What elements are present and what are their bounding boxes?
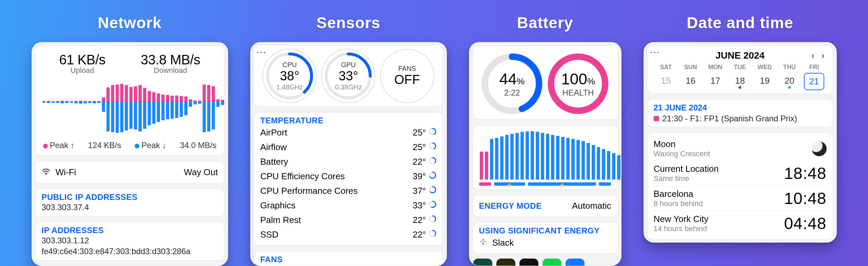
panel-datetime: ⋮ JUNE 2024 ‹ › SATSUNMONTUEWEDTHUFRI151… — [644, 42, 837, 243]
sig-energy-app-row[interactable]: Slack — [479, 236, 611, 250]
temperature-card: TEMPERATURE AirPort 25° Airflow 25° Batt… — [254, 112, 443, 246]
calendar-dow: SUN — [678, 64, 703, 71]
calendar-dow: THU — [777, 64, 802, 71]
dock-app-activity-monitor[interactable] — [473, 259, 492, 266]
svg-rect-67 — [193, 101, 196, 102]
svg-rect-55 — [166, 95, 169, 102]
public-ip-0: 303.303.37.4 — [42, 202, 218, 213]
svg-rect-32 — [111, 102, 114, 132]
clock-location: Barcelona — [654, 189, 693, 199]
energy-mode-value: Automatic — [572, 201, 611, 211]
dock-app-messages[interactable] — [542, 259, 561, 266]
calendar-next-button[interactable]: › — [819, 50, 826, 61]
svg-rect-109 — [485, 152, 488, 180]
ip-card[interactable]: IP ADDRESSES 303.303.1.12 fe49:c6e4:303:… — [35, 222, 224, 261]
wifi-icon — [42, 167, 51, 178]
network-interface-card[interactable]: Wi-Fi Way Out — [35, 161, 224, 183]
svg-rect-122 — [551, 135, 554, 180]
svg-rect-28 — [102, 102, 105, 112]
svg-rect-116 — [520, 132, 524, 180]
clock-row[interactable]: New York City14 hours behind 04:48 — [654, 211, 827, 236]
temp-row[interactable]: CPU Performance Cores 37° — [260, 184, 437, 198]
svg-rect-43 — [138, 85, 141, 102]
svg-rect-15 — [74, 101, 77, 102]
moon-row[interactable]: Moon Waxing Crescent — [654, 136, 827, 161]
dock-app-safari[interactable] — [566, 259, 585, 266]
calendar-month: JUNE 2024 — [715, 50, 765, 61]
temp-row[interactable]: Palm Rest 22° — [260, 213, 437, 227]
cpu-gauge[interactable]: CPU 38° 1.48GHz — [262, 49, 317, 103]
calendar-day[interactable]: 17 — [703, 73, 728, 90]
peak-down-value: 34.0 MB/s — [180, 141, 216, 150]
gpu-gauge[interactable]: GPU 33° 0.38GHz — [321, 49, 375, 103]
svg-rect-39 — [129, 87, 132, 102]
svg-rect-36 — [120, 102, 123, 132]
svg-rect-51 — [157, 94, 160, 102]
temp-value: 22° — [413, 229, 437, 240]
svg-rect-73 — [207, 85, 210, 102]
fans-heading: FANS — [260, 255, 437, 264]
temp-name: Battery — [260, 157, 288, 167]
public-ip-card[interactable]: PUBLIC IP ADDRESSES 303.303.37.4 — [35, 189, 224, 217]
fan-row[interactable]: Left FanOff — [260, 264, 437, 266]
panel-sensors: ⋮ CPU 38° 1.48GHz GPU 33° 0.38GHz FANS O — [250, 42, 447, 266]
svg-rect-16 — [74, 102, 77, 103]
svg-rect-111 — [495, 138, 498, 180]
svg-rect-11 — [65, 101, 68, 102]
svg-rect-5 — [52, 101, 55, 102]
temp-row[interactable]: SSD 22° — [260, 227, 437, 242]
events-card[interactable]: 21 JUNE 2024 21:30 - F1: FP1 (Spanish Gr… — [647, 99, 833, 127]
svg-rect-115 — [515, 133, 519, 180]
temp-value: 37° — [413, 186, 437, 196]
energy-mode-card[interactable]: ENERGY MODE Automatic — [473, 195, 618, 217]
battery-timeline: ⚡ ⚡ — [479, 182, 611, 186]
dock-app-terminal[interactable] — [519, 259, 538, 266]
temp-row[interactable]: Airflow 25° — [260, 140, 437, 155]
calendar-day[interactable]: 19 — [752, 73, 777, 90]
svg-rect-50 — [152, 102, 155, 124]
menu-dots-icon[interactable]: ⋮ — [649, 48, 660, 56]
svg-rect-127 — [576, 140, 580, 180]
svg-rect-72 — [202, 102, 205, 132]
svg-rect-66 — [189, 102, 192, 107]
svg-rect-23 — [93, 101, 96, 102]
clock-row[interactable]: Barcelona8 hours behind 10:48 — [654, 186, 827, 211]
dot-download-icon — [135, 144, 139, 148]
svg-rect-64 — [184, 102, 187, 115]
svg-rect-22 — [88, 102, 91, 103]
temp-value: 22° — [413, 215, 437, 225]
interface-name: Wi-Fi — [42, 167, 76, 178]
temp-row[interactable]: AirPort 25° — [260, 125, 437, 140]
sensor-gauges-card: CPU 38° 1.48GHz GPU 33° 0.38GHz FANS OFF — [254, 45, 443, 107]
temp-row[interactable]: CPU Efficiency Cores 39° — [260, 169, 437, 184]
selected-date: 21 JUNE 2024 — [654, 103, 827, 112]
health-ring[interactable]: 100% HEALTH — [546, 52, 610, 116]
temp-row[interactable]: Graphics 33° — [260, 198, 437, 213]
calendar-day[interactable]: 15 — [654, 73, 678, 90]
clock-row[interactable]: Current LocationSame time 18:48 — [654, 161, 827, 186]
event-row[interactable]: 21:30 - F1: FP1 (Spanish Grand Prix) — [654, 114, 827, 123]
dock-apps — [469, 257, 621, 266]
clock-offset: 8 hours behind — [654, 199, 703, 208]
column-title-network: Network — [98, 14, 161, 32]
svg-rect-125 — [566, 138, 570, 180]
calendar-day[interactable]: 18 — [728, 73, 752, 90]
charge-ring[interactable]: 44% 2:22 — [480, 52, 544, 116]
clock-offset: Same time — [654, 174, 719, 183]
svg-rect-27 — [102, 97, 105, 102]
dock-app-marked[interactable] — [496, 259, 515, 266]
fans-gauge[interactable]: FANS OFF — [380, 49, 434, 103]
svg-rect-60 — [175, 102, 178, 118]
temp-row[interactable]: Battery 22° — [260, 155, 437, 169]
calendar-prev-button[interactable]: ‹ — [809, 50, 816, 61]
calendar-day[interactable]: 21 — [804, 73, 825, 90]
calendar-day[interactable]: 20 — [777, 73, 802, 90]
svg-rect-74 — [207, 102, 210, 131]
calendar-day[interactable]: 16 — [678, 73, 703, 90]
svg-rect-19 — [83, 101, 86, 102]
download-block: 33.8 MB/s Download — [141, 52, 200, 75]
svg-rect-52 — [157, 102, 160, 122]
charge-pct: 44 — [499, 70, 517, 88]
temp-value: 25° — [413, 142, 437, 152]
svg-rect-62 — [180, 102, 183, 117]
